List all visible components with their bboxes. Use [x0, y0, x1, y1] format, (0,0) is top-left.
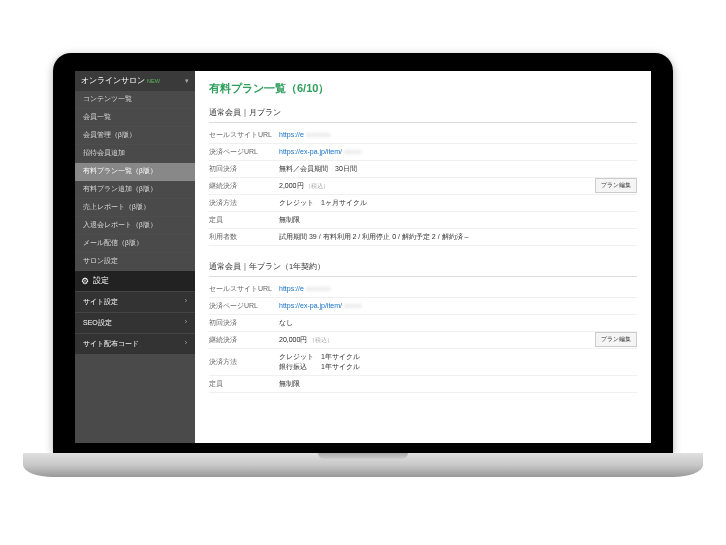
settings-item[interactable]: サイト設定›: [75, 291, 195, 312]
plan-row-value: 無制限: [279, 215, 637, 225]
plan-row-label: 定員: [209, 379, 279, 389]
plan-row-label: 決済方法: [209, 198, 279, 208]
settings-item[interactable]: SEO設定›: [75, 312, 195, 333]
laptop-base: [23, 453, 703, 477]
plan-row: 継続決済20,000円 （税込）プラン編集: [209, 332, 637, 349]
plan-row-label: 決済ページURL: [209, 147, 279, 157]
plan-section-title: 通常会員｜月プラン: [209, 104, 637, 123]
plan-row-value: クレジット 1ヶ月サイクル: [279, 198, 637, 208]
plan-row-value: https://ex-pa.jp/item/xxxxx: [279, 148, 637, 155]
plan-row-label: セールスサイトURL: [209, 284, 279, 294]
plan-row-value: なし: [279, 318, 637, 328]
url-link[interactable]: https://ex-pa.jp/item/: [279, 148, 342, 155]
chevron-right-icon: ›: [185, 318, 187, 328]
plan-row-value: https://exxxxxxx: [279, 131, 637, 138]
plan-row-label: 決済ページURL: [209, 301, 279, 311]
plan-block: 通常会員｜月プランセールスサイトURLhttps://exxxxxxx決済ページ…: [209, 104, 637, 246]
plan-row: 継続決済2,000円 （税込）プラン編集: [209, 178, 637, 195]
settings-item-label: SEO設定: [83, 318, 112, 328]
screen-bezel: オンラインサロン NEW コンテンツ一覧会員一覧会員管理（β版）招待会員追加有料…: [53, 53, 673, 453]
sidebar: オンラインサロン NEW コンテンツ一覧会員一覧会員管理（β版）招待会員追加有料…: [75, 71, 195, 443]
blurred-text: xxxxx: [344, 302, 362, 309]
plan-edit-button[interactable]: プラン編集: [595, 178, 637, 193]
chevron-down-icon: [182, 76, 189, 85]
sidebar-item[interactable]: 招待会員追加: [75, 145, 195, 163]
plan-row: 利用者数試用期間 39 / 有料利用 2 / 利用停止 0 / 解約予定 2 /…: [209, 229, 637, 246]
plan-row: セールスサイトURLhttps://exxxxxxx: [209, 127, 637, 144]
plan-row-label: 利用者数: [209, 232, 279, 242]
plan-row-label: 継続決済: [209, 335, 279, 345]
plan-row-label: 継続決済: [209, 181, 279, 191]
settings-item-label: サイト設定: [83, 297, 118, 307]
app-screen: オンラインサロン NEW コンテンツ一覧会員一覧会員管理（β版）招待会員追加有料…: [75, 71, 651, 443]
laptop-frame: オンラインサロン NEW コンテンツ一覧会員一覧会員管理（β版）招待会員追加有料…: [23, 53, 703, 493]
settings-header: 設定: [75, 271, 195, 291]
sidebar-section-header[interactable]: オンラインサロン NEW: [75, 71, 195, 91]
sidebar-item[interactable]: 入退会レポート（β版）: [75, 217, 195, 235]
chevron-right-icon: ›: [185, 297, 187, 307]
blurred-text: xxxxxxx: [306, 285, 331, 292]
plan-row-label: 初回決済: [209, 164, 279, 174]
settings-header-label: 設定: [93, 276, 109, 286]
plan-row-label: 決済方法: [209, 357, 279, 367]
url-link[interactable]: https://e: [279, 131, 304, 138]
sidebar-item[interactable]: メール配信（β版）: [75, 235, 195, 253]
plan-row-value: 無制限: [279, 379, 637, 389]
plan-row-value: 無料／会員期間 30日間: [279, 164, 637, 174]
muted-note: （税込）: [304, 183, 330, 189]
sidebar-item[interactable]: 会員管理（β版）: [75, 127, 195, 145]
plan-section-title: 通常会員｜年プラン（1年契約）: [209, 258, 637, 277]
chevron-right-icon: ›: [185, 339, 187, 349]
plan-row-label: セールスサイトURL: [209, 130, 279, 140]
plan-row: 初回決済なし: [209, 315, 637, 332]
sidebar-item[interactable]: 売上レポート（β版）: [75, 199, 195, 217]
url-link[interactable]: https://ex-pa.jp/item/: [279, 302, 342, 309]
main-content: 有料プラン一覧（6/10） 通常会員｜月プランセールスサイトURLhttps:/…: [195, 71, 651, 443]
plan-row-value: 試用期間 39 / 有料利用 2 / 利用停止 0 / 解約予定 2 / 解約済…: [279, 232, 637, 242]
url-link[interactable]: https://e: [279, 285, 304, 292]
plan-row: 決済ページURLhttps://ex-pa.jp/item/xxxxx: [209, 298, 637, 315]
plan-row: 定員無制限: [209, 212, 637, 229]
plan-row: セールスサイトURLhttps://exxxxxxx: [209, 281, 637, 298]
plan-block: 通常会員｜年プラン（1年契約）セールスサイトURLhttps://exxxxxx…: [209, 258, 637, 393]
sidebar-item[interactable]: 有料プラン一覧（β版）: [75, 163, 195, 181]
blurred-text: xxxxx: [344, 148, 362, 155]
gear-icon: [81, 276, 89, 286]
plan-row: 決済方法クレジット 1ヶ月サイクル: [209, 195, 637, 212]
sidebar-item[interactable]: 有料プラン追加（β版）: [75, 181, 195, 199]
sidebar-item[interactable]: コンテンツ一覧: [75, 91, 195, 109]
plan-row-label: 定員: [209, 215, 279, 225]
plan-row-value: https://ex-pa.jp/item/xxxxx: [279, 302, 637, 309]
muted-note: （税込）: [307, 337, 333, 343]
plan-row-label: 初回決済: [209, 318, 279, 328]
plan-row: 決済方法クレジット 1年サイクル銀行振込 1年サイクル: [209, 349, 637, 376]
plan-row-value: https://exxxxxxx: [279, 285, 637, 292]
page-title: 有料プラン一覧（6/10）: [209, 81, 637, 96]
plan-row-value: 20,000円 （税込）: [279, 335, 637, 345]
settings-item[interactable]: サイト配布コード›: [75, 333, 195, 354]
blurred-text: xxxxxxx: [306, 131, 331, 138]
plan-row-value: クレジット 1年サイクル銀行振込 1年サイクル: [279, 352, 637, 372]
sidebar-item[interactable]: サロン設定: [75, 253, 195, 271]
plan-row: 決済ページURLhttps://ex-pa.jp/item/xxxxx: [209, 144, 637, 161]
plan-edit-button[interactable]: プラン編集: [595, 332, 637, 347]
plan-row-value: 2,000円 （税込）: [279, 181, 637, 191]
new-badge: NEW: [147, 78, 160, 84]
plan-row: 定員無制限: [209, 376, 637, 393]
sidebar-header-label: オンラインサロン: [81, 76, 145, 85]
plan-row: 初回決済無料／会員期間 30日間: [209, 161, 637, 178]
settings-item-label: サイト配布コード: [83, 339, 139, 349]
sidebar-item[interactable]: 会員一覧: [75, 109, 195, 127]
